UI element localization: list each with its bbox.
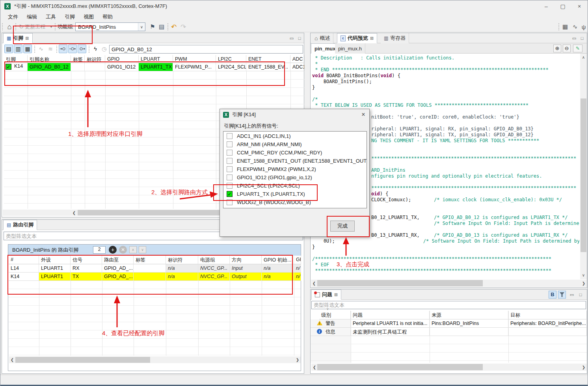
zoom-in-icon[interactable]: ⊕ — [553, 45, 561, 52]
signal-wave-icon[interactable]: ∿ — [571, 22, 579, 31]
routed-cell[interactable]: n/ — [294, 264, 301, 273]
signal-item[interactable]: ENET_1588_EVENT1_OUT (ENET,1588_EVENT1_O… — [223, 157, 367, 165]
scroll-right-icon[interactable]: ❯ — [581, 280, 586, 287]
code-line: ****************************************… — [312, 268, 579, 274]
pin-inout-filter-icon[interactable] — [68, 45, 77, 53]
problems-column-header[interactable]: 问题 — [351, 311, 430, 319]
sort-caret-icon[interactable]: ∨ — [326, 307, 329, 311]
grid-line — [508, 311, 509, 363]
menu-item-2[interactable]: 工具 — [41, 12, 60, 22]
signal-checkbox[interactable] — [227, 166, 233, 172]
problems-hscroll-thumb[interactable] — [317, 364, 483, 370]
pins-column-header[interactable]: ADC — [290, 55, 305, 63]
signal-item[interactable]: ADC1_IN1 (ADC1,IN,1) — [223, 132, 367, 141]
signal-item[interactable]: ARM_NMI (ARM,ARM_NMI) — [223, 141, 367, 149]
pin-output-filter-icon[interactable] — [78, 45, 86, 53]
problem-row-warning[interactable]: !警告 — [311, 319, 351, 328]
signal-checkbox[interactable] — [227, 158, 233, 164]
tab-pin-mux-h[interactable]: pin_mux.h — [335, 43, 365, 54]
tab-problems[interactable]: 问题 ⊠ — [311, 290, 341, 300]
problem-target[interactable]: Peripherals: BOARD_InitPeriphe... — [508, 319, 587, 328]
problem-description[interactable]: Peripheral LPUART1 is not initia... — [351, 319, 430, 328]
package-view-icon-3[interactable]: ▦ — [23, 45, 32, 53]
title-bar: X *引脚 - MIMXRT1052xxxxB.mex (MIMXRT1052x… — [0, 0, 588, 12]
scroll-up-icon[interactable]: ∧ — [580, 54, 587, 60]
panel-maximize-icon[interactable]: □ — [577, 291, 584, 298]
mcu-chip-icon[interactable]: ▦ — [561, 22, 569, 31]
signal-item[interactable]: GPIO1_IO12 (GPIO1,gpio_io,12) — [223, 174, 367, 182]
scroll-right-icon[interactable]: ❯ — [295, 356, 300, 363]
tab-overview[interactable]: ⌂ 概述 — [311, 33, 333, 43]
pin-input-filter-icon[interactable] — [59, 45, 67, 53]
signal-checkbox[interactable] — [227, 141, 233, 147]
problem-source[interactable] — [430, 328, 508, 336]
scroll-right-icon[interactable]: ❯ — [581, 364, 586, 371]
tab-registers[interactable]: ▥ 寄存器 — [381, 33, 409, 43]
menu-item-4[interactable]: 视图 — [79, 12, 98, 22]
home-icon[interactable]: ⌂ — [5, 22, 14, 31]
scroll-down-icon[interactable]: ∨ — [580, 272, 587, 278]
panel-maximize-icon[interactable]: □ — [579, 35, 586, 41]
problem-row-info[interactable]: i信息 — [311, 328, 351, 336]
routed-hscroll-thumb[interactable] — [15, 357, 150, 363]
signal-checkbox[interactable] — [227, 150, 233, 156]
problems-column-header[interactable]: 来源 — [430, 311, 508, 319]
undo-icon[interactable]: ↶ — [170, 22, 178, 31]
lightning-icon[interactable]: ϟ — [91, 45, 100, 53]
brief-toggle-button[interactable]: B — [549, 291, 556, 299]
scroll-left-icon[interactable]: ❮ — [311, 280, 317, 287]
pins-filter-input[interactable] — [109, 45, 303, 54]
signal-item[interactable]: CCM_PMIC_RDY (CCM,PMIC_RDY) — [223, 149, 367, 157]
problem-source[interactable]: Pins:BOARD_InitPins — [430, 319, 508, 328]
panel-minimize-icon[interactable]: ▭ — [288, 35, 295, 41]
app-icon: X — [4, 3, 11, 9]
grid-line — [139, 71, 139, 209]
panel-minimize-icon[interactable]: ▭ — [568, 291, 575, 298]
tab-routed-pins[interactable]: ▤ 路由引脚 — [3, 220, 37, 230]
menu-item-1[interactable]: 编辑 — [22, 12, 41, 22]
document-list-icon[interactable]: ▤ — [158, 22, 166, 31]
problem-target[interactable] — [508, 328, 587, 336]
registers-icon: ▥ — [384, 35, 388, 41]
package-view-icon-1[interactable]: ▤ — [4, 45, 13, 53]
tab-code-preview[interactable]: c 代码预览 ⊠ — [337, 33, 377, 43]
routed-cell[interactable]: n/ — [294, 273, 301, 281]
code-hscroll-thumb[interactable] — [317, 280, 483, 286]
menu-item-0[interactable]: 文件 — [4, 12, 22, 22]
menu-item-3[interactable]: 引脚 — [60, 12, 79, 22]
highlight-rect-done-button — [327, 216, 370, 237]
window-close-button[interactable]: × — [571, 0, 588, 12]
routed-column-header[interactable]: GP — [294, 256, 301, 264]
code-vscroll-thumb[interactable] — [581, 98, 586, 252]
pins-cell[interactable]: ADC1 — [290, 63, 305, 71]
scroll-left-icon[interactable]: ❮ — [9, 356, 15, 363]
window-minimize-button[interactable]: – — [538, 0, 555, 12]
scroll-left-icon[interactable]: ❮ — [71, 210, 77, 216]
signal-item[interactable]: FLEXPWM1_PWMX2 (PWM1,X,2) — [223, 165, 367, 174]
panel-maximize-icon[interactable]: □ — [296, 35, 303, 41]
menu-item-5[interactable]: 帮助 — [98, 12, 117, 22]
problem-description[interactable]: 未监测到任何工具链工程 — [351, 328, 430, 336]
close-icon[interactable]: ⊠ — [334, 292, 338, 297]
signal-checkbox[interactable] — [227, 133, 233, 139]
window-maximize-button[interactable]: ▢ — [555, 0, 571, 12]
code-line: * TEXT BELOW IS USED AS SETTING FOR TOOL… — [312, 102, 579, 108]
add-pin-button[interactable]: + — [109, 246, 117, 254]
problem-level: 警告 — [326, 320, 335, 327]
scroll-left-icon[interactable]: ❮ — [312, 364, 317, 371]
problems-filter-input[interactable] — [311, 301, 586, 309]
package-view-icon-2[interactable]: ▥ — [14, 45, 22, 53]
zoom-out-icon[interactable]: ⊖ — [563, 45, 571, 52]
problems-column-header[interactable]: 目标 — [508, 311, 587, 319]
dialog-close-icon[interactable]: × — [357, 111, 369, 118]
panel-minimize-icon[interactable]: ▭ — [571, 35, 578, 41]
problems-column-header[interactable]: 级别 — [319, 311, 351, 319]
usb-peripheral-icon[interactable]: ψ — [580, 22, 587, 31]
edit-export-icon[interactable]: ✎ — [573, 45, 582, 52]
filter-funnel-icon[interactable] — [558, 291, 566, 299]
redo-icon[interactable]: ↷ — [179, 22, 187, 31]
chevron-down-icon[interactable]: ∨ — [138, 23, 145, 31]
flag-icon[interactable]: ⚑ — [149, 22, 156, 31]
close-icon[interactable]: ⊠ — [370, 36, 374, 41]
signal-checkbox[interactable] — [227, 174, 233, 180]
